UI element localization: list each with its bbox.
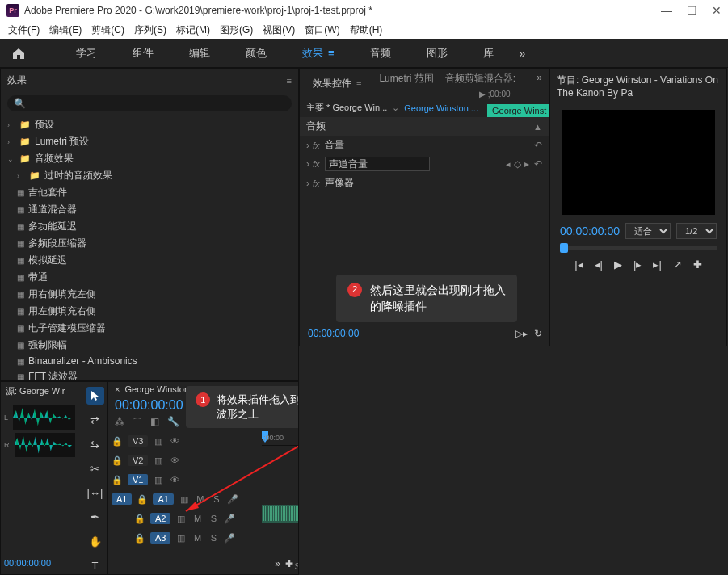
panner-effect[interactable]: 声像器 (325, 176, 354, 190)
minimize-button[interactable]: — (661, 4, 672, 17)
menu-file[interactable]: 文件(F) (8, 23, 40, 37)
menu-marker[interactable]: 标记(M) (176, 23, 210, 37)
menu-view[interactable]: 视图(V) (263, 23, 295, 37)
maximize-button[interactable]: ☐ (687, 4, 697, 17)
clip-select[interactable]: George Winston ... (404, 103, 478, 113)
fx-item[interactable]: Binauralizer - Ambisonics (28, 355, 137, 367)
mute-button[interactable]: M (191, 533, 203, 543)
eye-icon[interactable]: 👁 (169, 436, 180, 446)
reset-icon[interactable]: ↶ (534, 158, 542, 170)
fx-item[interactable]: 模拟延迟 (28, 254, 67, 267)
workspace-effects[interactable]: 效果≡ (284, 39, 352, 68)
panel-menu-icon[interactable]: ≡ (287, 76, 292, 86)
expand-arrow-icon[interactable]: › (306, 158, 309, 170)
mute-button[interactable]: M (195, 494, 206, 504)
close-icon[interactable]: × (115, 384, 120, 394)
track-V1[interactable]: V1 (128, 474, 148, 485)
reset-icon[interactable]: ↶ (534, 140, 542, 151)
audio-clip-A1[interactable] (262, 505, 299, 523)
fx-item[interactable]: 带通 (28, 271, 48, 284)
lumetri-scopes-tab[interactable]: Lumetri 范围 (379, 72, 433, 95)
fx-item[interactable]: 吉他套件 (28, 186, 67, 199)
mic-icon[interactable]: 🎤 (224, 533, 235, 544)
settings-icon[interactable]: 🔧 (167, 416, 179, 430)
source-title[interactable]: 源: George Wir (1, 382, 82, 401)
solo-button[interactable]: S (208, 533, 219, 543)
pen-tool[interactable]: ✒ (86, 508, 104, 526)
play-only-icon[interactable]: ▷▸ (515, 328, 528, 339)
razor-tool[interactable]: ✂ (86, 460, 104, 477)
mute-button[interactable]: M (191, 514, 203, 523)
ec-time-ruler[interactable]: ▶ ;00:00 (476, 88, 549, 104)
fx-item[interactable]: 用右侧填充左侧 (28, 288, 96, 301)
fx-item[interactable]: FFT 滤波器 (28, 370, 78, 381)
menu-sequence[interactable]: 序列(S) (134, 23, 166, 37)
fx-item[interactable]: 强制限幅 (28, 338, 67, 352)
lock-icon[interactable]: 🔒 (112, 436, 123, 447)
workspace-audio[interactable]: 音频 (352, 39, 409, 68)
source-timecode[interactable]: 00:00:00:00 (4, 558, 51, 568)
channel-volume-input[interactable] (325, 157, 430, 171)
hand-tool[interactable]: ✋ (86, 532, 104, 550)
fx-item[interactable]: 用左侧填充右侧 (28, 304, 96, 318)
fx-item[interactable]: 多频段压缩器 (28, 237, 86, 250)
presets-folder[interactable]: 预设 (35, 118, 54, 132)
keyframe-nav-icon[interactable]: ▲ (533, 122, 542, 132)
resolution-select[interactable]: 1/2 (676, 223, 717, 239)
step-fwd-icon[interactable]: |▸ (633, 258, 642, 271)
lock-icon[interactable]: 🔒 (134, 514, 145, 524)
workspace-color[interactable]: 颜色 (228, 39, 284, 68)
ripple-edit-tool[interactable]: ⇆ (86, 435, 104, 453)
obsolete-audio-folder[interactable]: 过时的音频效果 (44, 169, 112, 183)
lift-icon[interactable]: ↗ (673, 258, 682, 271)
track-A1[interactable]: A1 (153, 493, 173, 505)
slip-tool[interactable]: |↔| (86, 484, 104, 502)
program-scrubber[interactable] (560, 246, 717, 250)
effects-tab[interactable]: 效果 (7, 73, 27, 87)
menu-graphics[interactable]: 图形(G) (220, 23, 253, 37)
add-marker-icon[interactable]: ✚ (693, 258, 702, 271)
loop-icon[interactable]: ↻ (534, 328, 542, 339)
fit-select[interactable]: 适合 (625, 223, 671, 239)
keyframe-next-icon[interactable]: ▸ (524, 158, 529, 170)
menu-window[interactable]: 窗口(W) (305, 23, 339, 37)
effect-controls-tab[interactable]: 效果控件≡ (306, 72, 368, 95)
waveform-left[interactable] (13, 405, 75, 430)
mark-out-icon[interactable]: ▸| (653, 258, 661, 271)
keyframe-prev-icon[interactable]: ◂ (506, 159, 511, 170)
menu-clip[interactable]: 剪辑(C) (91, 23, 124, 37)
workspace-graphics[interactable]: 图形 (409, 39, 465, 68)
source-A1[interactable]: A1 (112, 493, 132, 505)
ec-timecode[interactable]: 00:00:00:00 (308, 328, 359, 339)
track-select-tool[interactable]: ⇄ (86, 411, 104, 429)
panel-menu-icon[interactable]: ≡ (356, 79, 361, 89)
timeline-ruler[interactable]: ;00:0000:0 (262, 431, 299, 446)
ec-clip-bar[interactable]: George Winst (487, 104, 549, 117)
lock-icon[interactable]: 🔒 (112, 475, 123, 485)
workspace-overflow[interactable]: » (520, 47, 526, 60)
chevron-down-icon[interactable]: ⌄ (392, 103, 399, 113)
play-icon[interactable]: ▶ (614, 258, 622, 271)
mic-icon[interactable]: 🎤 (227, 494, 238, 505)
mark-in-icon[interactable]: |◂ (574, 258, 583, 271)
lock-icon[interactable]: 🔒 (134, 533, 145, 544)
track-A3[interactable]: A3 (150, 532, 170, 544)
expand-arrow-icon[interactable]: › (306, 178, 309, 189)
menu-edit[interactable]: 编辑(E) (49, 23, 82, 37)
step-back-icon[interactable]: ◂| (595, 258, 603, 271)
lock-icon[interactable]: 🔒 (137, 494, 148, 505)
effects-tree[interactable]: ›📁预设 ›📁Lumetri 预设 ⌄📁音频效果 ›📁过时的音频效果 ▦吉他套件… (1, 115, 298, 381)
home-button[interactable] (11, 47, 26, 60)
effects-search[interactable]: 🔍 (7, 95, 292, 111)
lumetri-presets-folder[interactable]: Lumetri 预设 (35, 135, 89, 149)
workspace-menu-icon[interactable]: ≡ (328, 47, 335, 59)
lock-icon[interactable]: 🔒 (112, 455, 123, 466)
waveform-right[interactable] (15, 433, 76, 457)
selection-tool[interactable] (86, 387, 104, 405)
program-timecode[interactable]: 00:00:00:00 (560, 225, 620, 237)
audio-effects-folder[interactable]: 音频效果 (35, 152, 74, 166)
eye-icon[interactable]: 👁 (169, 455, 180, 465)
fx-item[interactable]: 多功能延迟 (28, 220, 77, 233)
eye-icon[interactable]: 👁 (169, 475, 180, 485)
solo-button[interactable]: S (208, 514, 219, 523)
